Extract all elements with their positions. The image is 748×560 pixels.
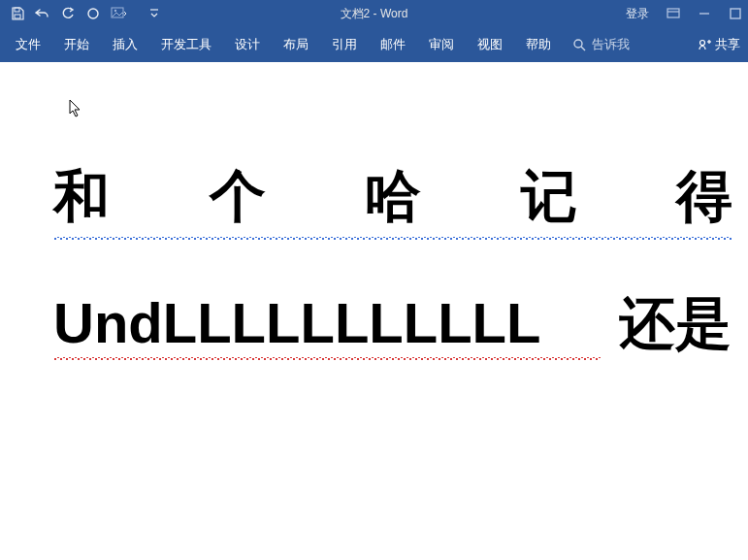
char: 得 — [676, 159, 732, 235]
tab-file[interactable]: 文件 — [4, 27, 52, 62]
tab-developer[interactable]: 开发工具 — [149, 27, 223, 62]
line2-cjk: 还是 — [619, 286, 732, 362]
tab-design[interactable]: 设计 — [223, 27, 272, 62]
window-title: 文档2 - Word — [341, 6, 408, 22]
redo-icon[interactable] — [60, 6, 76, 21]
char: 记 — [521, 159, 577, 235]
svg-rect-9 — [731, 9, 740, 18]
ribbon-tabs: 文件 开始 插入 开发工具 设计 布局 引用 邮件 审阅 视图 帮助 告诉我 共… — [0, 27, 748, 62]
mouse-cursor-icon — [69, 99, 82, 118]
circle-icon[interactable] — [85, 6, 101, 21]
tab-help[interactable]: 帮助 — [514, 27, 563, 62]
customize-qat-icon[interactable] — [146, 6, 162, 21]
tab-references[interactable]: 引用 — [320, 27, 369, 62]
grammar-squiggle — [53, 237, 732, 240]
tab-mailings[interactable]: 邮件 — [369, 27, 417, 62]
char: 个 — [210, 159, 266, 235]
char: 和 — [53, 159, 110, 235]
ribbon-display-icon[interactable] — [667, 7, 680, 20]
picture-icon[interactable] — [111, 6, 126, 21]
svg-point-2 — [88, 9, 98, 18]
maximize-icon[interactable] — [729, 7, 742, 20]
spelling-squiggle — [53, 357, 602, 360]
doc-line-2: UndLLLLLLLLLLL 还是 — [53, 286, 748, 362]
svg-point-10 — [574, 40, 582, 48]
search-icon — [572, 38, 586, 51]
tell-me-search[interactable]: 告诉我 — [563, 36, 639, 53]
svg-rect-1 — [15, 15, 20, 18]
svg-point-4 — [114, 10, 116, 12]
login-link[interactable]: 登录 — [626, 6, 649, 22]
tab-home[interactable]: 开始 — [52, 27, 101, 62]
undo-icon[interactable] — [35, 6, 50, 21]
tab-review[interactable]: 审阅 — [417, 27, 466, 62]
tab-layout[interactable]: 布局 — [272, 27, 320, 62]
svg-line-11 — [581, 47, 585, 50]
document-area[interactable]: 和 个 哈 记 得 UndLLLLLLLLLLL 还是 — [0, 62, 748, 560]
char: 哈 — [365, 159, 421, 235]
qat-separator — [136, 7, 137, 20]
line2-latin: UndLLLLLLLLLLL — [53, 291, 540, 354]
tab-insert[interactable]: 插入 — [101, 27, 149, 62]
quick-access-toolbar — [0, 6, 162, 21]
minimize-icon[interactable] — [698, 7, 711, 20]
svg-point-12 — [700, 41, 705, 46]
title-bar-right: 登录 — [626, 6, 742, 22]
title-bar: 文档2 - Word 登录 — [0, 0, 748, 27]
doc-line-1: 和 个 哈 记 得 — [53, 159, 748, 240]
share-icon — [698, 38, 711, 51]
tab-view[interactable]: 视图 — [466, 27, 514, 62]
save-icon[interactable] — [10, 6, 25, 21]
tell-me-label: 告诉我 — [592, 36, 630, 53]
svg-rect-6 — [667, 9, 679, 17]
share-button[interactable]: 共享 — [698, 36, 740, 53]
share-label: 共享 — [715, 36, 740, 53]
svg-rect-0 — [15, 8, 19, 12]
